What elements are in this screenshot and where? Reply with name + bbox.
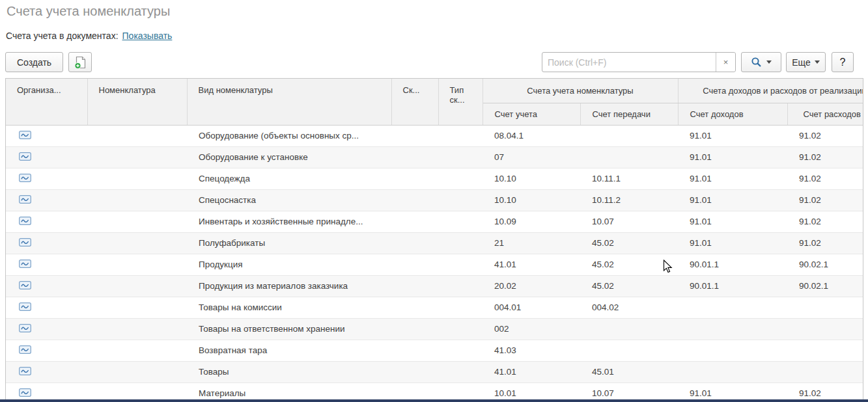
organization-cell bbox=[6, 125, 87, 146]
register-record-icon bbox=[19, 281, 31, 289]
register-record-icon bbox=[19, 367, 31, 375]
warehouse-type-cell bbox=[438, 189, 483, 211]
table-header: Организа... Номенклатура Вид номенклатур… bbox=[6, 79, 863, 125]
account-cell: 07 bbox=[483, 146, 580, 168]
create-copy-button[interactable] bbox=[68, 52, 92, 72]
new-document-icon bbox=[73, 55, 87, 70]
nomenclature-cell bbox=[87, 340, 187, 361]
nomenclature-cell bbox=[87, 361, 187, 382]
help-button[interactable]: ? bbox=[832, 52, 854, 72]
warehouse-cell bbox=[391, 340, 438, 361]
warehouse-cell bbox=[391, 297, 438, 318]
table-row[interactable]: Спецоснастка 10.10 10.11.2 91.01 91.02 bbox=[6, 189, 863, 211]
more-button[interactable]: Еще bbox=[786, 52, 826, 72]
expense-account-cell: 91.02 bbox=[787, 125, 863, 146]
register-record-icon bbox=[19, 152, 31, 161]
column-header-nomenclature-kind[interactable]: Вид номенклатуры bbox=[187, 79, 391, 125]
table-row[interactable]: Спецодежда 10.10 10.11.1 91.01 91.02 bbox=[6, 168, 863, 189]
more-button-label: Еще bbox=[792, 57, 811, 68]
warehouse-type-cell bbox=[438, 125, 483, 146]
warehouse-type-cell bbox=[438, 146, 483, 168]
column-header-transfer-account[interactable]: Счет передачи bbox=[580, 103, 678, 125]
transfer-account-cell: 004.02 bbox=[580, 297, 678, 318]
column-header-warehouse[interactable]: Ск... bbox=[391, 79, 438, 125]
transfer-account-cell bbox=[580, 146, 678, 168]
search-button[interactable] bbox=[741, 52, 781, 72]
chevron-down-icon bbox=[815, 60, 820, 64]
table-row[interactable]: Товары 41.01 45.01 bbox=[6, 361, 863, 382]
account-cell: 41.01 bbox=[483, 254, 580, 275]
organization-cell bbox=[6, 340, 87, 361]
table-row[interactable]: Оборудование к установке 07 91.01 91.02 bbox=[6, 146, 863, 168]
table-row[interactable]: Продукция из материалов заказчика 20.02 … bbox=[6, 275, 863, 297]
nomenclature-accounts-page: Счета учета номенклатуры Счета учета в д… bbox=[0, 0, 868, 402]
account-cell: 004.01 bbox=[483, 297, 580, 318]
warehouse-type-cell bbox=[438, 168, 483, 189]
nomenclature-cell bbox=[87, 232, 187, 254]
nomenclature-kind-cell: Спецодежда bbox=[187, 168, 391, 189]
account-cell: 41.03 bbox=[483, 340, 580, 361]
warehouse-type-cell bbox=[438, 275, 483, 297]
column-header-account[interactable]: Счет учета bbox=[483, 103, 580, 125]
nomenclature-cell bbox=[87, 146, 187, 168]
warehouse-cell bbox=[391, 254, 438, 275]
transfer-account-cell: 10.07 bbox=[580, 211, 678, 232]
show-accounts-link[interactable]: Показывать bbox=[122, 31, 173, 41]
table-row[interactable]: Товары на комиссии 004.01 004.02 bbox=[6, 297, 863, 318]
warehouse-cell bbox=[391, 318, 438, 340]
table-row[interactable]: Возвратная тара 41.03 bbox=[6, 340, 863, 361]
account-cell: 10.09 bbox=[483, 211, 580, 232]
create-button[interactable]: Создать bbox=[5, 52, 63, 72]
organization-cell bbox=[6, 146, 87, 168]
register-record-icon bbox=[19, 174, 31, 182]
column-header-income-account[interactable]: Счет доходов bbox=[678, 103, 787, 125]
expense-account-cell bbox=[787, 318, 863, 340]
income-account-cell bbox=[678, 318, 787, 340]
page-title: Счета учета номенклатуры bbox=[7, 4, 170, 19]
expense-account-cell: 91.02 bbox=[787, 146, 863, 168]
nomenclature-cell bbox=[87, 254, 187, 275]
clear-search-button[interactable]: × bbox=[716, 53, 735, 72]
income-account-cell bbox=[678, 361, 787, 382]
organization-cell bbox=[6, 297, 87, 318]
expense-account-cell: 90.02.1 bbox=[787, 275, 863, 297]
table-row[interactable]: Оборудование (объекты основных ср... 08.… bbox=[6, 125, 863, 146]
income-account-cell: 91.01 bbox=[678, 125, 787, 146]
warehouse-type-cell bbox=[438, 361, 483, 382]
expense-account-cell bbox=[787, 297, 863, 318]
warehouse-type-cell bbox=[438, 340, 483, 361]
nomenclature-cell bbox=[87, 189, 187, 211]
column-header-nomenclature[interactable]: Номенклатура bbox=[87, 79, 187, 125]
income-account-cell bbox=[678, 297, 787, 318]
nomenclature-cell bbox=[87, 211, 187, 232]
magnifier-icon bbox=[751, 57, 762, 68]
table-row[interactable]: Инвентарь и хозяйственные принадле... 10… bbox=[6, 211, 863, 232]
income-account-cell: 90.01.1 bbox=[678, 254, 787, 275]
warehouse-type-cell bbox=[438, 211, 483, 232]
warehouse-cell bbox=[391, 211, 438, 232]
column-header-organization[interactable]: Организа... bbox=[6, 79, 87, 125]
warehouse-cell bbox=[391, 232, 438, 254]
nomenclature-kind-cell: Полуфабрикаты bbox=[187, 232, 391, 254]
account-cell: 002 bbox=[483, 318, 580, 340]
organization-cell bbox=[6, 168, 87, 189]
expense-account-cell bbox=[787, 340, 863, 361]
column-header-warehouse-type[interactable]: Тип ск... bbox=[438, 79, 483, 125]
table-row[interactable]: Продукция 41.01 45.02 90.01.1 90.02.1 bbox=[6, 254, 863, 275]
warehouse-cell bbox=[391, 168, 438, 189]
group-header-accounting-accounts: Счета учета номенклатуры bbox=[483, 79, 678, 103]
table-row[interactable]: Полуфабрикаты 21 45.02 91.01 91.02 bbox=[6, 232, 863, 254]
search-input[interactable] bbox=[542, 53, 716, 72]
warehouse-type-cell bbox=[438, 232, 483, 254]
income-account-cell: 91.01 bbox=[678, 211, 787, 232]
group-header-income-expense-accounts: Счета доходов и расходов от реализации bbox=[678, 79, 863, 103]
warehouse-cell bbox=[391, 361, 438, 382]
table-row[interactable]: Товары на ответственном хранении 002 bbox=[6, 318, 863, 340]
income-account-cell bbox=[678, 340, 787, 361]
bottom-window-edge bbox=[0, 399, 868, 402]
expense-account-cell: 91.02 bbox=[787, 232, 863, 254]
transfer-account-cell: 45.01 bbox=[580, 361, 678, 382]
column-header-expense-account[interactable]: Счет расходов bbox=[787, 103, 863, 125]
organization-cell bbox=[6, 275, 87, 297]
nomenclature-cell bbox=[87, 297, 187, 318]
